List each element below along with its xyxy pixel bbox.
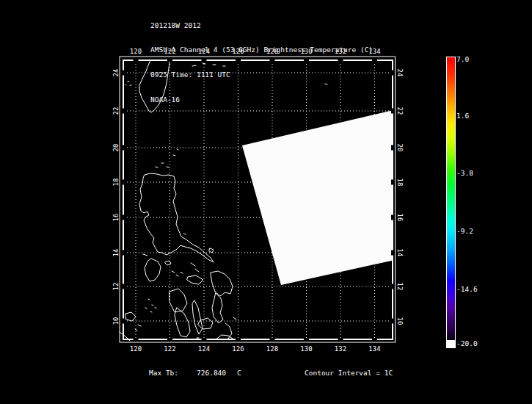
lat-tick-label-left: 24 <box>112 69 120 77</box>
contour-interval-label: Contour Interval = 1C <box>305 369 393 377</box>
lat-tick-label-left: 16 <box>112 214 120 222</box>
colorbar-tick-label: -3.8 <box>456 169 473 177</box>
coastline-path <box>212 293 223 323</box>
lat-tick-label-right: 18 <box>396 178 404 187</box>
coastline-path <box>165 261 171 265</box>
frame-tick-gap <box>391 109 394 114</box>
frame-tick-gap <box>202 338 207 341</box>
lon-tick-label-top: 126 <box>232 48 244 55</box>
frame-tick-gap <box>122 145 125 151</box>
coastline-path <box>139 60 170 112</box>
frame-tick-gap <box>122 180 125 185</box>
coastline-path <box>156 149 178 167</box>
lat-tick-label-right: 20 <box>396 144 404 152</box>
frame-tick-gap <box>304 338 309 341</box>
lat-tick-label-right: 12 <box>396 283 404 291</box>
max-tb-value: 726.840 <box>197 369 226 377</box>
lon-tick-label-top: 132 <box>335 48 346 55</box>
lat-tick-label-left: 10 <box>112 317 120 325</box>
lat-tick-label-right: 22 <box>396 107 404 115</box>
coastline-path <box>145 259 161 281</box>
swath-polygon <box>242 110 393 285</box>
lat-tick-label-left: 20 <box>112 144 120 152</box>
colorbar-gradient <box>446 57 456 348</box>
coastline-path <box>192 300 203 334</box>
plot-root: 201218W 2012 AMSU-A Channel 4 (53.6GHz) … <box>0 0 532 404</box>
frame-tick-gap <box>270 59 275 62</box>
colorbar-tick-label: 7.0 <box>456 55 469 63</box>
lon-tick-label-top: 122 <box>164 48 175 55</box>
lat-tick-label-left: 22 <box>112 107 120 115</box>
colorbar-tick-label: 1.6 <box>456 112 469 120</box>
frame-tick-gap <box>372 59 377 62</box>
lon-tick-label-top: 124 <box>198 48 210 55</box>
frame-tick-gap <box>122 71 125 76</box>
coastline-path <box>192 63 327 84</box>
lon-tick-label-bottom: 128 <box>266 345 278 353</box>
frame-tick-gap <box>122 250 125 256</box>
coastline-path <box>211 271 233 296</box>
frame-tick-gap <box>122 319 125 324</box>
lon-tick-label-top: 128 <box>266 48 278 55</box>
coastline-path <box>145 299 156 312</box>
frame-tick-gap <box>202 59 207 62</box>
coastline-path <box>191 263 199 272</box>
lon-tick-label-bottom: 132 <box>335 345 346 353</box>
lon-tick-label-bottom: 130 <box>300 345 312 353</box>
coastline-path <box>143 234 186 256</box>
lat-tick-label-right: 10 <box>396 317 404 325</box>
frame-tick-gap <box>134 338 139 341</box>
frame-tick-gap <box>122 109 125 114</box>
colorbar-tick-label: -14.6 <box>456 285 478 293</box>
lat-tick-label-left: 14 <box>112 249 120 257</box>
frame-tick-gap <box>391 145 394 151</box>
lon-tick-label-top: 120 <box>130 48 142 55</box>
lon-tick-label-bottom: 134 <box>368 345 380 353</box>
frame-tick-gap <box>167 59 172 62</box>
frame-tick-gap <box>391 215 394 220</box>
frame-tick-gap <box>122 284 125 289</box>
frame-tick-gap <box>270 338 275 341</box>
lat-tick-label-right: 14 <box>396 249 404 257</box>
lon-tick-label-bottom: 126 <box>232 345 244 353</box>
frame-tick-gap <box>391 319 394 324</box>
lon-tick-label-top: 134 <box>368 48 380 55</box>
frame-tick-gap <box>391 284 394 289</box>
frame-tick-gap <box>122 215 125 220</box>
max-tb-label: Max Tb: <box>149 369 178 377</box>
colorbar-tick-label: -9.2 <box>456 227 473 235</box>
coastline-path <box>209 248 214 253</box>
lon-tick-label-top: 130 <box>300 48 312 55</box>
frame-tick-gap <box>134 59 139 62</box>
lat-tick-label-left: 18 <box>112 178 120 187</box>
lat-tick-label-left: 12 <box>112 283 120 291</box>
frame-tick-gap <box>167 338 172 341</box>
frame-tick-gap <box>391 180 394 185</box>
lat-tick-label-right: 16 <box>396 214 404 222</box>
coastline-path <box>125 82 131 85</box>
frame-tick-gap <box>338 59 343 62</box>
frame-tick-gap <box>304 59 309 62</box>
coastline-path <box>172 271 183 276</box>
lon-tick-label-bottom: 124 <box>198 345 210 353</box>
max-tb-unit: C <box>237 369 241 377</box>
lon-tick-label-bottom: 120 <box>130 345 142 353</box>
frame-tick-gap <box>391 250 394 256</box>
colorbar-tick-label: -20.0 <box>456 339 478 347</box>
lon-tick-label-bottom: 122 <box>164 345 175 353</box>
frame-tick-gap <box>236 338 241 341</box>
frame-tick-gap <box>391 71 394 76</box>
coastline-path <box>175 308 190 337</box>
frame-tick-gap <box>236 59 241 62</box>
coastline-path <box>187 275 203 284</box>
frame-tick-gap <box>338 338 343 341</box>
frame-tick-gap <box>372 338 377 341</box>
lat-tick-label-right: 24 <box>396 69 404 77</box>
